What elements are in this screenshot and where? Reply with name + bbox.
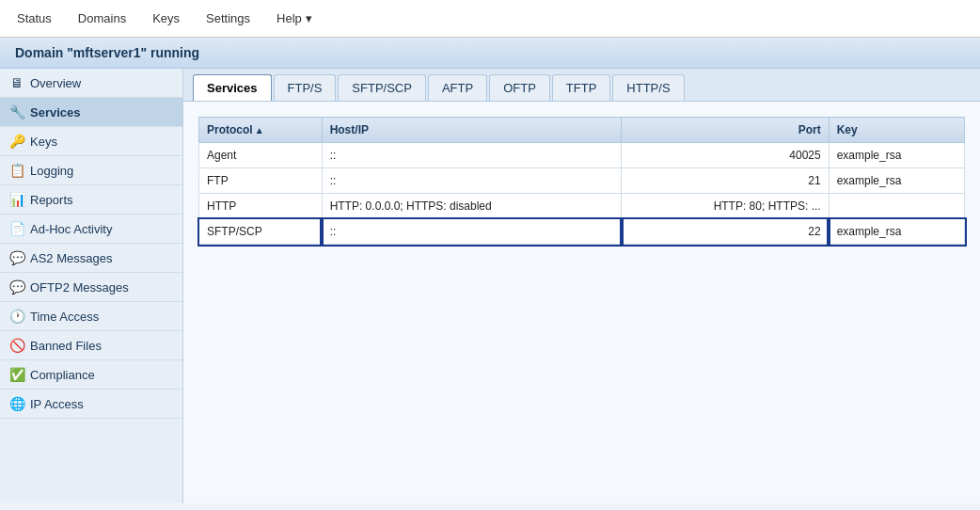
sidebar-label-ipaccess: IP Access [30, 397, 84, 411]
table-area: Protocol▲Host/IPPortKey Agent::40025exam… [183, 102, 980, 503]
table-body: Agent::40025example_rsaFTP::21example_rs… [199, 143, 965, 245]
overview-icon: 🖥 [9, 75, 24, 90]
oftp2-icon: 💬 [9, 279, 24, 295]
domain-header: Domain "mftserver1" running [0, 38, 980, 69]
bannedfiles-icon: 🚫 [9, 338, 24, 353]
nav-domains[interactable]: Domains [76, 8, 128, 29]
sidebar-item-services[interactable]: 🔧 Services [0, 98, 182, 127]
sidebar-item-timeaccess[interactable]: 🕐 Time Access [0, 302, 182, 331]
col-port: Port [622, 118, 830, 143]
sidebar: 🖥 Overview 🔧 Services 🔑 Keys 📋 Logging 📊… [0, 69, 183, 503]
logging-icon: 📋 [9, 163, 24, 178]
sidebar-label-bannedfiles: Banned Files [30, 339, 102, 353]
sidebar-label-logging: Logging [30, 164, 73, 178]
reports-icon: 📊 [9, 192, 24, 207]
as2-icon: 💬 [9, 250, 24, 265]
sidebar-item-as2[interactable]: 💬 AS2 Messages [0, 244, 182, 273]
tab-aftp[interactable]: AFTP [428, 74, 487, 101]
cell-protocol-1: FTP [199, 168, 323, 194]
sidebar-label-timeaccess: Time Access [30, 310, 99, 324]
adhoc-icon: 📄 [9, 221, 24, 236]
table-row[interactable]: SFTP/SCP::22example_rsa [199, 219, 965, 245]
sidebar-item-overview[interactable]: 🖥 Overview [0, 69, 182, 98]
cell-key-2 [829, 194, 964, 219]
cell-protocol-2: HTTP [199, 194, 323, 219]
cell-port-1: 21 [622, 168, 830, 194]
cell-host/ip-2: HTTP: 0.0.0.0; HTTPS: disabled [322, 194, 621, 219]
services-icon: 🔧 [9, 104, 24, 120]
cell-host/ip-1: :: [322, 168, 621, 194]
tab-ftp-s[interactable]: FTP/S [274, 74, 337, 101]
col-key: Key [829, 118, 964, 143]
nav-keys[interactable]: Keys [150, 8, 182, 29]
sidebar-item-compliance[interactable]: ✅ Compliance [0, 360, 182, 390]
sidebar-item-reports[interactable]: 📊 Reports [0, 185, 182, 215]
cell-protocol-3: SFTP/SCP [199, 219, 323, 245]
sidebar-label-adhoc: Ad-Hoc Activity [30, 222, 112, 236]
sort-arrow-icon: ▲ [255, 125, 264, 135]
sidebar-label-reports: Reports [30, 193, 73, 207]
sidebar-item-ipaccess[interactable]: 🌐 IP Access [0, 390, 182, 419]
tab-services[interactable]: Services [193, 74, 272, 101]
cell-key-0: example_rsa [829, 143, 964, 168]
tab-sftp-scp[interactable]: SFTP/SCP [338, 74, 426, 101]
table-row[interactable]: FTP::21example_rsa [199, 168, 965, 194]
tabs-bar: ServicesFTP/SSFTP/SCPAFTPOFTPTFTPHTTP/S [183, 69, 980, 102]
timeaccess-icon: 🕐 [9, 309, 24, 324]
sidebar-label-compliance: Compliance [30, 368, 95, 382]
sidebar-label-as2: AS2 Messages [30, 251, 112, 265]
cell-host/ip-3: :: [322, 219, 621, 245]
tab-http-s[interactable]: HTTP/S [612, 74, 684, 101]
main-layout: 🖥 Overview 🔧 Services 🔑 Keys 📋 Logging 📊… [0, 69, 980, 503]
sidebar-label-services: Services [30, 105, 81, 120]
compliance-icon: ✅ [9, 367, 24, 382]
table-header-row: Protocol▲Host/IPPortKey [199, 118, 965, 143]
cell-protocol-0: Agent [199, 143, 323, 168]
sidebar-item-bannedfiles[interactable]: 🚫 Banned Files [0, 331, 182, 360]
table-row[interactable]: Agent::40025example_rsa [199, 143, 965, 168]
table-row[interactable]: HTTPHTTP: 0.0.0.0; HTTPS: disabledHTTP: … [199, 194, 965, 219]
sidebar-item-oftp2[interactable]: 💬 OFTP2 Messages [0, 273, 182, 302]
sidebar-label-keys: Keys [30, 135, 57, 149]
nav-settings[interactable]: Settings [204, 8, 252, 29]
cell-key-1: example_rsa [829, 168, 964, 194]
sidebar-item-logging[interactable]: 📋 Logging [0, 156, 182, 185]
cell-host/ip-0: :: [322, 143, 621, 168]
nav-help[interactable]: Help ▾ [275, 8, 314, 29]
sidebar-item-keys[interactable]: 🔑 Keys [0, 127, 182, 156]
cell-port-2: HTTP: 80; HTTPS: ... [622, 194, 830, 219]
tab-tftp[interactable]: TFTP [552, 74, 611, 101]
cell-key-3: example_rsa [829, 219, 964, 245]
keys-icon: 🔑 [9, 134, 24, 149]
cell-port-0: 40025 [622, 143, 830, 168]
ipaccess-icon: 🌐 [9, 396, 24, 411]
sidebar-label-oftp2: OFTP2 Messages [30, 280, 129, 295]
services-table: Protocol▲Host/IPPortKey Agent::40025exam… [198, 117, 965, 245]
tab-oftp[interactable]: OFTP [489, 74, 550, 101]
col-host/ip: Host/IP [322, 118, 621, 143]
cell-port-3: 22 [622, 219, 830, 245]
content-area: ServicesFTP/SSFTP/SCPAFTPOFTPTFTPHTTP/S … [183, 69, 980, 503]
col-protocol[interactable]: Protocol▲ [199, 118, 323, 143]
nav-status[interactable]: Status [15, 8, 54, 29]
sidebar-item-adhoc[interactable]: 📄 Ad-Hoc Activity [0, 215, 182, 244]
chevron-down-icon: ▾ [306, 11, 312, 25]
sidebar-label-overview: Overview [30, 76, 81, 90]
top-navigation: Status Domains Keys Settings Help ▾ [0, 0, 980, 38]
